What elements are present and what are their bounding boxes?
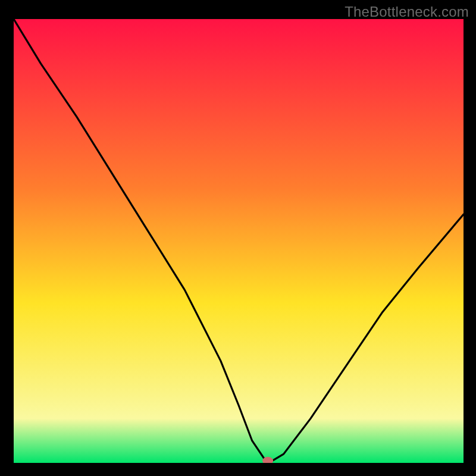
chart-frame: TheBottleneck.com <box>0 0 476 476</box>
plot-area <box>14 19 464 463</box>
gradient-background <box>14 19 464 463</box>
chart-svg <box>14 19 464 463</box>
watermark-text: TheBottleneck.com <box>345 4 469 20</box>
